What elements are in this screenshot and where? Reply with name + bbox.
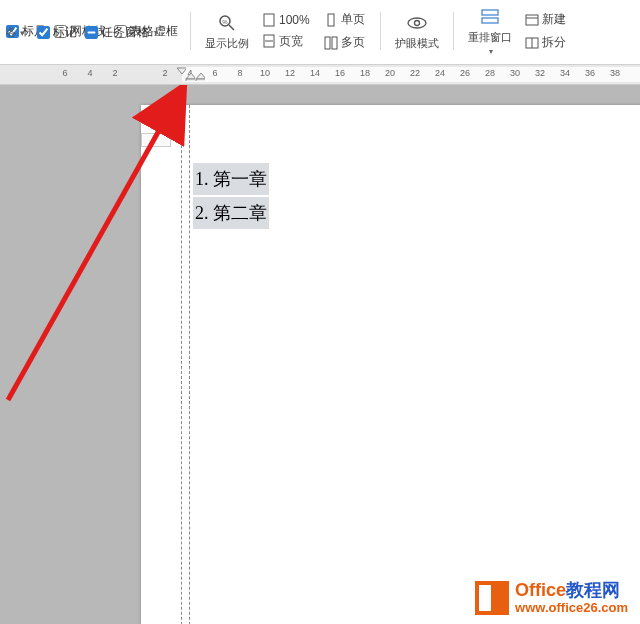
left-indent-marker[interactable] <box>195 73 205 81</box>
ruler-tick: 32 <box>535 68 545 78</box>
eye-mode-button[interactable]: 护眼模式 <box>393 12 441 51</box>
divider <box>380 12 381 50</box>
single-page-icon <box>324 13 338 27</box>
list-number-2: 2. <box>195 203 209 223</box>
multi-page-icon <box>324 36 338 50</box>
rearrange-window-button[interactable]: 重排窗口 <box>466 6 514 56</box>
svg-marker-20 <box>196 73 205 79</box>
ruler-tick: 30 <box>510 68 520 78</box>
zoom-icon: % <box>217 12 237 34</box>
list-item-2[interactable]: 2. 第二章 <box>193 197 269 229</box>
svg-rect-19 <box>186 79 195 81</box>
svg-rect-8 <box>332 37 337 49</box>
divider <box>190 12 191 50</box>
page-100-icon <box>262 13 276 27</box>
ruler-tick: 28 <box>485 68 495 78</box>
single-page-button[interactable]: 单页 <box>321 9 368 30</box>
document-canvas[interactable]: 1. 第一章 2. 第二章 Office 教程网 <box>0 85 640 624</box>
svg-rect-13 <box>526 15 538 25</box>
list-text-1: 第一章 <box>213 169 267 189</box>
margin-guide-left-1 <box>181 105 182 624</box>
zoom-100-label: 100% <box>279 13 310 27</box>
zoom-ratio-label: 显示比例 <box>205 36 249 51</box>
marks-checkbox-input[interactable] <box>37 26 50 39</box>
watermark-logo: Office 教程网 www.office26.com <box>475 581 628 615</box>
cut-dropdown-fragment[interactable]: 各 <box>6 25 12 40</box>
list-text-2: 第二章 <box>213 203 267 223</box>
taskpane-checkbox-input[interactable] <box>85 26 98 39</box>
rearrange-label: 重排窗口 <box>468 30 512 45</box>
multi-page-button[interactable]: 多页 <box>321 32 368 53</box>
ruler-tick: 18 <box>360 68 370 78</box>
single-page-label: 单页 <box>341 11 365 28</box>
eye-mode-label: 护眼模式 <box>395 36 439 51</box>
zoom-100-button[interactable]: 100% <box>259 11 313 29</box>
page-width-icon <box>262 34 276 48</box>
ruler-tick: 10 <box>260 68 270 78</box>
list-number-1: 1. <box>195 169 209 189</box>
ruler-tick: 14 <box>310 68 320 78</box>
office-logo-icon <box>475 581 509 615</box>
svg-rect-21 <box>196 79 205 81</box>
svg-point-10 <box>414 20 419 25</box>
svg-text:%: % <box>222 19 228 25</box>
document-content[interactable]: 1. 第一章 2. 第二章 <box>193 163 269 231</box>
ruler-track: 6422468101214161820222426283032343638 <box>0 65 640 84</box>
svg-point-9 <box>408 18 426 28</box>
margin-guide-left-2 <box>189 105 190 624</box>
ruler-tick: 38 <box>610 68 620 78</box>
ruler-tick: 16 <box>335 68 345 78</box>
corner-marker <box>141 133 171 147</box>
ruler-tick: 6 <box>212 68 217 78</box>
hanging-indent-marker[interactable] <box>185 73 195 81</box>
divider <box>453 12 454 50</box>
ruler-tick: 8 <box>237 68 242 78</box>
split-label: 拆分 <box>542 34 566 51</box>
zoom-ratio-button[interactable]: % 显示比例 <box>203 12 251 51</box>
taskpane-checkbox[interactable]: 任务窗格 <box>85 24 158 41</box>
new-window-icon <box>525 13 539 27</box>
ruler-tick: 36 <box>585 68 595 78</box>
ruler-tick: 2 <box>162 68 167 78</box>
page-width-label: 页宽 <box>279 33 303 50</box>
ruler-tick: 24 <box>435 68 445 78</box>
eye-icon <box>406 12 428 34</box>
list-item-1[interactable]: 1. 第一章 <box>193 163 269 195</box>
marks-checkbox-label: 标记 <box>53 24 77 41</box>
horizontal-ruler[interactable]: 6422468101214161820222426283032343638 <box>0 65 640 85</box>
svg-rect-7 <box>325 37 330 49</box>
ruler-tick: 22 <box>410 68 420 78</box>
ruler-tick: 6 <box>62 68 67 78</box>
multi-page-label: 多页 <box>341 34 365 51</box>
split-icon <box>525 36 539 50</box>
svg-rect-11 <box>482 10 498 15</box>
new-window-button[interactable]: 新建 <box>522 9 569 30</box>
ruler-tick: 20 <box>385 68 395 78</box>
document-page[interactable]: 1. 第一章 2. 第二章 <box>141 105 640 624</box>
new-window-label: 新建 <box>542 11 566 28</box>
split-window-button[interactable]: 拆分 <box>522 32 569 53</box>
ruler-tick: 4 <box>87 68 92 78</box>
marks-checkbox[interactable]: 标记 <box>37 24 77 41</box>
svg-marker-18 <box>186 73 195 79</box>
ruler-tick: 12 <box>285 68 295 78</box>
svg-rect-6 <box>328 14 334 26</box>
watermark-brand-en: Office <box>515 581 566 601</box>
watermark-brand-cn: 教程网 <box>566 581 620 601</box>
svg-rect-3 <box>264 14 274 26</box>
svg-line-1 <box>229 25 234 30</box>
rearrange-icon <box>480 6 500 28</box>
ribbon-toolbar: 标尺 网格线 表格虚框 % 显示比例 100% 页宽 <box>0 0 640 65</box>
ruler-tick: 34 <box>560 68 570 78</box>
svg-rect-12 <box>482 18 498 23</box>
ruler-tick: 2 <box>112 68 117 78</box>
ruler-tick: 26 <box>460 68 470 78</box>
page-width-button[interactable]: 页宽 <box>259 31 313 52</box>
taskpane-checkbox-label: 任务窗格 <box>101 24 149 41</box>
watermark-url: www.office26.com <box>515 601 628 615</box>
